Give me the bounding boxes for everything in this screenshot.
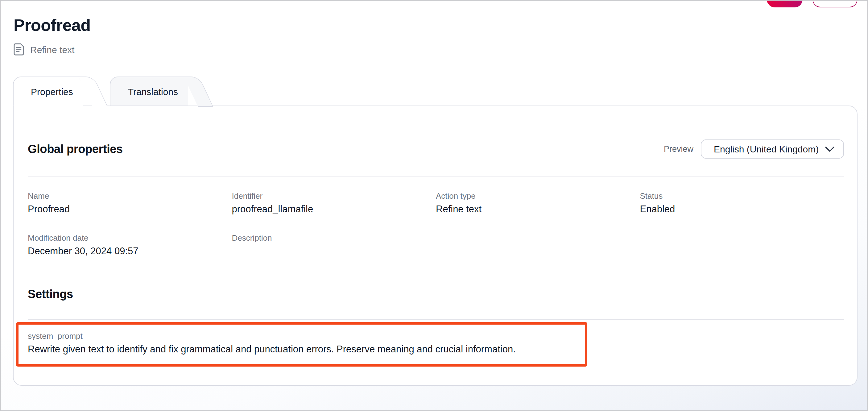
field-identifier-label: Identifier [232,191,436,201]
field-action-type-label: Action type [436,191,640,201]
file-text-icon [13,43,24,56]
field-modification-date: Modification date December 30, 2024 09:5… [28,233,232,257]
settings-divider [28,319,844,320]
tab-translations-label: Translations [128,86,178,96]
field-action-type: Action type Refine text [436,191,640,215]
settings-heading: Settings [28,288,844,301]
language-select[interactable]: English (United Kingdom) [701,140,844,158]
page-title: Proofread [13,16,867,35]
properties-panel: Global properties Preview English (Unite… [13,106,858,386]
field-status-label: Status [640,191,844,201]
global-properties-heading: Global properties [28,142,123,156]
tab-translations[interactable]: Translations [110,77,188,106]
chevron-down-icon [825,146,835,152]
primary-action-button[interactable] [767,0,803,7]
field-action-type-value: Refine text [436,204,640,215]
tab-properties[interactable]: Properties [13,77,83,106]
system-prompt-label: system_prompt [28,331,572,341]
field-status-value: Enabled [640,204,844,215]
global-properties-grid: Name Proofread Identifier proofread_llam… [28,191,844,257]
field-identifier: Identifier proofread_llamafile [232,191,436,215]
language-select-value: English (United Kingdom) [714,144,819,154]
field-name: Name Proofread [28,191,232,215]
preview-label: Preview [664,144,693,154]
system-prompt-value: Rewrite given text to identify and fix g… [28,343,572,355]
app-window: Proofread Refine text Properties Transla… [0,0,868,411]
field-modification-date-value: December 30, 2024 09:57 [28,245,232,257]
field-name-value: Proofread [28,204,232,215]
page-scale-wrapper: Proofread Refine text Properties Transla… [0,0,868,411]
system-prompt-highlight-box: system_prompt Rewrite given text to iden… [16,322,587,367]
tab-properties-label: Properties [31,86,73,96]
tab-bar: Properties Translations [13,77,867,106]
global-properties-divider [28,176,844,176]
page-subtitle: Refine text [30,44,74,55]
field-description: Description [232,233,436,257]
field-description-label: Description [232,233,436,242]
secondary-action-button[interactable] [812,0,858,7]
page-subtitle-row: Refine text [13,43,867,56]
field-modification-date-label: Modification date [28,233,232,242]
field-identifier-value: proofread_llamafile [232,204,436,215]
preview-language-group: Preview English (United Kingdom) [664,140,844,158]
field-name-label: Name [28,191,232,201]
field-status: Status Enabled [640,191,844,215]
